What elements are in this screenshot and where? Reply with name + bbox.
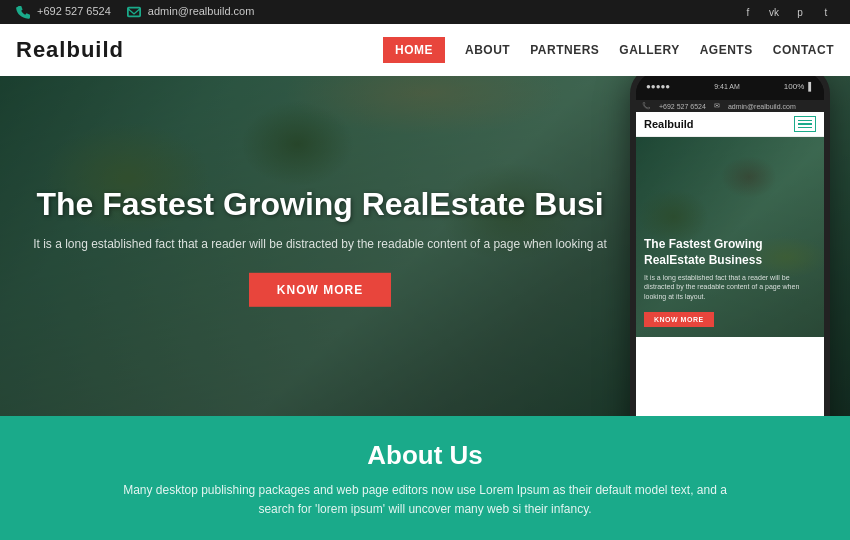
nav-links: HOME ABOUT PARTNERS GALLERY AGENTS CONTA… xyxy=(383,37,834,63)
phone-hero-subtitle: It is a long established fact that a rea… xyxy=(644,273,816,302)
phone-info: +692 527 6524 xyxy=(16,5,111,19)
email-info: admin@realbuild.com xyxy=(127,5,255,19)
hero-title: The Fastest Growing RealEstate Busi xyxy=(30,185,610,223)
phone-notch: ●●●●● 9:41 AM 100% ▌ xyxy=(636,76,824,100)
phone-cta-button[interactable]: KNOW MORE xyxy=(644,312,714,327)
phone-top-bar: 📞 +692 527 6524 ✉ admin@realbuild.com xyxy=(636,100,824,112)
hamburger-line-1 xyxy=(798,120,812,122)
about-title: About Us xyxy=(30,440,820,471)
about-section: About Us Many desktop publishing package… xyxy=(0,416,850,540)
phone-nav: Realbuild xyxy=(636,112,824,137)
hero-cta-button[interactable]: KNOW MORE xyxy=(249,273,391,307)
top-bar-left: +692 527 6524 admin@realbuild.com xyxy=(16,5,254,19)
facebook-icon[interactable]: f xyxy=(740,4,756,20)
phone-status-dots: ●●●●● xyxy=(646,82,670,91)
hero-content: The Fastest Growing RealEstate Busi It i… xyxy=(30,185,610,307)
phone-hero-title: The Fastest Growing RealEstate Business xyxy=(644,237,816,268)
phone-hamburger-button[interactable] xyxy=(794,116,816,132)
nav-partners[interactable]: PARTNERS xyxy=(530,43,599,57)
phone-hero-content: The Fastest Growing RealEstate Business … xyxy=(644,237,816,327)
nav-about[interactable]: ABOUT xyxy=(465,43,510,57)
top-bar: +692 527 6524 admin@realbuild.com f vk p… xyxy=(0,0,850,24)
twitter-icon[interactable]: t xyxy=(818,4,834,20)
hero-subtitle: It is a long established fact that a rea… xyxy=(30,235,610,253)
nav-home[interactable]: HOME xyxy=(383,37,445,63)
nav-gallery[interactable]: GALLERY xyxy=(619,43,679,57)
phone-inner: 📞 +692 527 6524 ✉ admin@realbuild.com Re… xyxy=(636,100,824,416)
phone-battery: 100% ▌ xyxy=(784,82,814,91)
logo: Realbuild xyxy=(16,37,124,63)
main-nav: Realbuild HOME ABOUT PARTNERS GALLERY AG… xyxy=(0,24,850,76)
phone-email-icon: ✉ xyxy=(714,102,720,110)
nav-agents[interactable]: AGENTS xyxy=(700,43,753,57)
phone-time: 9:41 AM xyxy=(714,83,740,90)
phone-phone-icon: 📞 xyxy=(642,102,651,110)
hamburger-line-3 xyxy=(798,127,812,129)
about-text: Many desktop publishing packages and web… xyxy=(115,481,735,519)
phone-logo: Realbuild xyxy=(644,118,694,130)
top-bar-social: f vk p t xyxy=(740,4,834,20)
pinterest-icon[interactable]: p xyxy=(792,4,808,20)
hamburger-line-2 xyxy=(798,123,812,125)
hero-section: The Fastest Growing RealEstate Busi It i… xyxy=(0,76,850,416)
phone-mockup: ●●●●● 9:41 AM 100% ▌ 📞 +692 527 6524 ✉ a… xyxy=(630,76,830,416)
vk-icon[interactable]: vk xyxy=(766,4,782,20)
phone-hero-section: The Fastest Growing RealEstate Business … xyxy=(636,137,824,337)
nav-contact[interactable]: CONTACT xyxy=(773,43,834,57)
